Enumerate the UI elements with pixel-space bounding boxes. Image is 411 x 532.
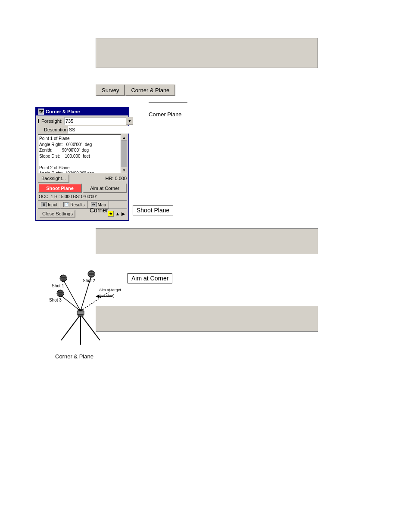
results-icon: 📄 [63, 202, 69, 207]
scroll-bar[interactable]: ▲ ▼ [121, 134, 127, 173]
dialog-title-text: Corner & Plane [46, 109, 80, 114]
scroll-right-icon[interactable]: ▶ [121, 211, 125, 217]
gray-band-aim-corner [96, 306, 318, 332]
info-scroll-container: Point 1 of Plane Angle Right: 0°00'00" d… [38, 134, 127, 173]
foresight-row: Foresight: ▼ [38, 117, 127, 125]
scroll-up-button[interactable]: ▲ [121, 134, 127, 140]
info-scroll[interactable]: Point 1 of Plane Angle Right: 0°00'00" d… [38, 134, 127, 173]
input-icon: ▦ [41, 202, 47, 207]
foresight-dropdown-arrow[interactable]: ▼ [126, 117, 133, 125]
aim-at-corner-button[interactable]: Aim at Corner [83, 184, 127, 193]
diagram-caption: Corner & Plane [55, 353, 93, 360]
settings-icons: ★ ▲ ▶ [108, 211, 125, 217]
occ-status-bar: OCC: 1 HI: 5.000 BS: 0°00'00" [38, 194, 127, 199]
corner-plane-dialog: 🗺 Corner & Plane Foresight: ▼ Descriptio… [35, 107, 129, 221]
backsight-row: Backsight... HR: 0.000 [38, 174, 127, 183]
shot3-label: Shot 3 [49, 298, 62, 302]
info-line-7: Angle Right: 103°00'00" dec [39, 171, 119, 173]
svg-line-2 [81, 314, 100, 340]
info-line-2: Angle Right: 0°00'00" deg [39, 142, 119, 148]
alert-icon[interactable]: ▲ [115, 211, 121, 217]
corner-plane-header-annotation: Corner Plane [149, 111, 182, 118]
action-row: Shoot Plane Aim at Corner [38, 184, 127, 193]
tab-map-label: Map [98, 202, 106, 207]
aim-at-corner-label-text: Aim at Corner [131, 275, 168, 282]
hr-value: HR: 0.000 [105, 176, 127, 181]
info-scroll-content: Point 1 of Plane Angle Right: 0°00'00" d… [39, 136, 119, 173]
top-banner [96, 38, 318, 68]
gray-band-shoot-plane [96, 228, 318, 254]
shot2-label: Shot 2 [83, 278, 95, 283]
tab-input-label: Input [48, 202, 57, 207]
svg-line-0 [61, 314, 81, 340]
annotation-line [149, 103, 187, 103]
foresight-label: Foresight: [41, 118, 62, 124]
close-settings-bar: Close Settings ★ ▲ ▶ [38, 208, 127, 218]
svg-line-5 [63, 280, 81, 311]
tab-results-label: Results [70, 202, 84, 207]
close-settings-button[interactable]: Close Settings [40, 210, 75, 218]
nav-buttons: Survey Corner & Plane [96, 84, 175, 96]
dialog-titlebar: 🗺 Corner & Plane [36, 108, 128, 115]
svg-marker-10 [96, 295, 99, 298]
corner-label: Corner [90, 207, 108, 214]
scroll-track [121, 140, 127, 167]
tab-bar: ▦ Input 📄 Results 🗺 Map [38, 200, 127, 208]
foresight-field-group: ▼ [64, 117, 133, 125]
info-line-5 [39, 159, 119, 165]
no-shot-label: (no shot) [99, 294, 115, 298]
info-line-1: Point 1 of Plane [39, 136, 119, 142]
tab-input[interactable]: ▦ Input [38, 201, 60, 208]
foresight-input[interactable] [64, 117, 126, 125]
description-row: Description: [38, 126, 127, 134]
dialog-title-icon: 🗺 [38, 109, 44, 115]
dialog-body: Foresight: ▼ Description: Point 1 of Pla… [36, 115, 128, 220]
info-line-4: Slope Dist: 100.000 feet [39, 153, 119, 159]
description-input[interactable] [68, 126, 130, 134]
shoot-plane-label-text: Shoot Plane [137, 207, 169, 214]
aim-target-label: Aim at target [99, 288, 121, 292]
checkbox-indicator[interactable] [38, 119, 39, 123]
diagram-area: Shot 1 Shot 2 Shot 3 Aim at target (no s… [35, 258, 126, 353]
description-label: Description: [38, 127, 66, 132]
shoot-plane-label-box: Shoot Plane [133, 205, 173, 215]
shoot-plane-button[interactable]: Shoot Plane [38, 184, 82, 193]
diagram-svg: Shot 1 Shot 2 Shot 3 Aim at target (no s… [35, 258, 126, 353]
survey-button[interactable]: Survey [96, 84, 125, 96]
svg-line-7 [60, 295, 81, 311]
shot1-label: Shot 1 [52, 283, 64, 288]
backsight-button[interactable]: Backsight... [38, 174, 69, 183]
tab-results[interactable]: 📄 Results [60, 201, 87, 208]
scroll-down-button[interactable]: ▼ [121, 167, 127, 173]
corner-plane-button[interactable]: Corner & Plane [125, 84, 175, 96]
aim-at-corner-label-box: Aim at Corner [128, 273, 172, 283]
corner-annotation: Corner [90, 207, 108, 214]
star-icon[interactable]: ★ [108, 211, 114, 217]
info-line-3: Zenith: 90°00'00" deg [39, 147, 119, 153]
svg-rect-4 [77, 311, 84, 314]
info-line-6: Point 2 of Plane [39, 165, 119, 171]
